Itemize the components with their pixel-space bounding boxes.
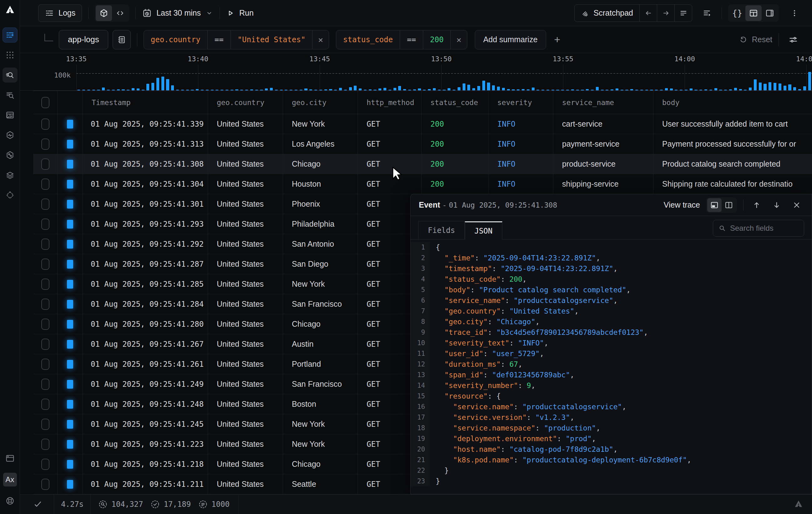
- sliders-icon: [788, 35, 798, 45]
- histogram-bar: [463, 84, 465, 90]
- histogram-bar: [215, 90, 218, 90]
- row-checkbox[interactable]: [41, 158, 50, 170]
- filter-operator[interactable]: ==: [207, 30, 231, 49]
- row-checkbox[interactable]: [41, 218, 50, 230]
- reset-button[interactable]: Reset: [739, 35, 772, 44]
- more-menu-button[interactable]: [786, 5, 803, 21]
- filter-field[interactable]: status_code: [336, 30, 400, 49]
- search-fields-input[interactable]: Search fields: [713, 220, 804, 237]
- column-header-severity[interactable]: severity: [489, 91, 553, 114]
- histogram-plot[interactable]: [76, 64, 812, 90]
- row-checkbox[interactable]: [41, 259, 50, 270]
- country-cell: United States: [208, 414, 283, 434]
- sidebar-item-stream[interactable]: [2, 88, 18, 102]
- row-checkbox[interactable]: [41, 459, 50, 470]
- table-row[interactable]: 01 Aug 2025, 09:25:41.313United StatesLo…: [33, 134, 812, 154]
- table-view-toggle[interactable]: [745, 5, 762, 21]
- row-checkbox[interactable]: [41, 299, 50, 310]
- remove-filter-icon[interactable]: ✕: [312, 30, 329, 49]
- side-panel-toggle[interactable]: [762, 5, 778, 21]
- builder-code-toggle: [95, 4, 129, 22]
- timestamp-cell: 01 Aug 2025, 09:25:41.249: [83, 374, 208, 394]
- dataset-pill[interactable]: app-logs: [59, 30, 108, 50]
- sidebar-item-ax[interactable]: Ax: [3, 473, 17, 486]
- column-header-geo.country[interactable]: geo.country: [208, 91, 283, 114]
- schema-button[interactable]: [113, 30, 131, 50]
- severity-indicator-cell: [58, 194, 83, 214]
- column-header-Timestamp[interactable]: Timestamp: [83, 91, 208, 114]
- row-checkbox[interactable]: [41, 339, 50, 350]
- remove-filter-icon[interactable]: ✕: [451, 30, 467, 49]
- select-all-checkbox-cell[interactable]: [33, 91, 58, 114]
- sidebar-item-query[interactable]: [2, 28, 18, 42]
- table-row[interactable]: 01 Aug 2025, 09:25:41.339United StatesNe…: [33, 114, 812, 134]
- time-range-button[interactable]: Last 30 mins: [142, 8, 213, 18]
- row-checkbox[interactable]: [41, 419, 50, 430]
- sidebar-item-apps[interactable]: [2, 48, 18, 63]
- sidebar-item-help[interactable]: [2, 493, 18, 508]
- filter-value[interactable]: "United States": [231, 30, 313, 49]
- sidebar-item-explore[interactable]: [2, 67, 18, 83]
- row-select-cell: [33, 474, 58, 494]
- previous-event-button[interactable]: [750, 198, 763, 212]
- filter-value[interactable]: 200: [423, 30, 451, 49]
- city-cell: San Francisco: [283, 294, 358, 314]
- row-checkbox[interactable]: [41, 139, 50, 150]
- scratchpad-button[interactable]: Scratchpad: [575, 5, 639, 22]
- filter-field[interactable]: geo.country: [144, 30, 207, 49]
- query-options-button[interactable]: [785, 32, 801, 48]
- column-header-status_code[interactable]: status_code: [422, 91, 489, 114]
- panel-layout-toggle: [706, 197, 737, 213]
- row-checkbox[interactable]: [41, 359, 50, 370]
- column-header-http_method[interactable]: http_method: [358, 91, 422, 114]
- row-checkbox[interactable]: [41, 239, 50, 250]
- row-checkbox[interactable]: [41, 399, 50, 410]
- add-filter-button[interactable]: +: [554, 33, 560, 46]
- table-row[interactable]: 01 Aug 2025, 09:25:41.304United StatesHo…: [33, 174, 812, 194]
- row-checkbox[interactable]: [41, 279, 50, 290]
- close-panel-button[interactable]: [790, 198, 804, 212]
- sidebar-item-flows[interactable]: [2, 188, 18, 203]
- history-forward-button[interactable]: [657, 5, 674, 22]
- sidebar-item-datasets[interactable]: [2, 168, 18, 183]
- column-header-body[interactable]: body: [654, 91, 812, 114]
- timestamp-cell: 01 Aug 2025, 09:25:41.292: [83, 234, 208, 254]
- append-query-button[interactable]: [699, 5, 715, 21]
- tab-json[interactable]: JSON: [465, 221, 502, 240]
- sidebar-item-monitors[interactable]: [2, 127, 18, 143]
- code-editor-toggle[interactable]: [112, 5, 128, 21]
- column-header-service_name[interactable]: service_name: [553, 91, 654, 114]
- add-summarize-button[interactable]: Add summarize: [475, 30, 546, 50]
- row-checkbox[interactable]: [41, 439, 50, 450]
- dock-bottom-toggle[interactable]: [707, 198, 722, 212]
- query-builder-toggle[interactable]: [96, 5, 112, 21]
- run-button[interactable]: Run: [226, 8, 254, 18]
- scratchpad-group: Scratchpad: [574, 4, 692, 22]
- tab-fields[interactable]: Fields: [418, 221, 465, 239]
- view-trace-link[interactable]: View trace: [664, 201, 700, 210]
- row-checkbox[interactable]: [41, 199, 50, 210]
- json-view-toggle[interactable]: {}: [729, 5, 745, 21]
- row-checkbox[interactable]: [41, 179, 50, 190]
- query-list-button[interactable]: [674, 5, 692, 22]
- history-back-button[interactable]: [639, 5, 657, 22]
- column-header-indicator[interactable]: [58, 91, 83, 114]
- sidebar-item-traces[interactable]: [2, 148, 18, 162]
- json-viewer[interactable]: 1{2 "_time": "2025-09-04T14:23:22.891Z",…: [411, 240, 812, 494]
- filter-operator[interactable]: ==: [400, 30, 423, 49]
- logs-button[interactable]: Logs: [38, 4, 82, 22]
- next-event-button[interactable]: [770, 198, 784, 212]
- row-checkbox[interactable]: [41, 319, 50, 330]
- table-row[interactable]: 01 Aug 2025, 09:25:41.308United StatesCh…: [33, 154, 812, 174]
- row-checkbox[interactable]: [41, 119, 50, 130]
- severity-indicator-cell: [58, 174, 83, 194]
- histogram-bar: [290, 90, 292, 90]
- select-all-checkbox[interactable]: [41, 97, 50, 108]
- histogram-bar: [581, 90, 584, 90]
- row-checkbox[interactable]: [41, 379, 50, 390]
- dock-right-toggle[interactable]: [722, 198, 736, 212]
- sidebar-item-dashboards[interactable]: [2, 108, 18, 123]
- column-header-geo.city[interactable]: geo.city: [283, 91, 358, 114]
- row-checkbox[interactable]: [41, 479, 50, 490]
- sidebar-item-terminal[interactable]: [2, 451, 18, 466]
